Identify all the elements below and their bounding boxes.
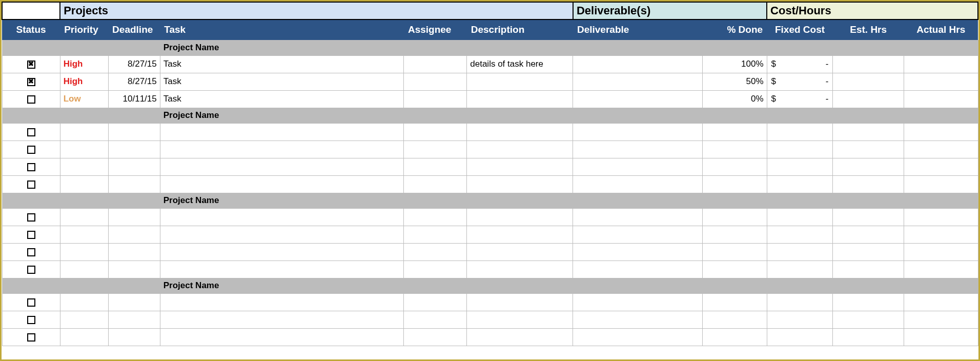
- deadline-cell[interactable]: [108, 243, 160, 260]
- deliverable-cell[interactable]: [573, 293, 703, 311]
- est-hrs-cell[interactable]: [833, 123, 904, 141]
- status-cell[interactable]: [2, 311, 60, 328]
- est-hrs-cell[interactable]: [833, 158, 904, 175]
- deadline-cell[interactable]: [108, 208, 160, 226]
- priority-cell[interactable]: [60, 175, 108, 193]
- status-checkbox[interactable]: [27, 316, 35, 324]
- hdr-done[interactable]: % Done: [703, 19, 767, 40]
- fixed-cost-cell[interactable]: [767, 311, 833, 328]
- priority-cell[interactable]: [60, 226, 108, 243]
- assignee-cell[interactable]: [404, 293, 467, 311]
- status-cell[interactable]: [2, 141, 60, 158]
- assignee-cell[interactable]: [404, 175, 467, 193]
- fixed-cost-cell[interactable]: [767, 141, 833, 158]
- deliverable-cell[interactable]: [573, 243, 703, 260]
- fixed-cost-cell[interactable]: [767, 243, 833, 260]
- deliverable-cell[interactable]: [573, 175, 703, 193]
- actual-hrs-cell[interactable]: [904, 260, 978, 278]
- deliverable-cell[interactable]: [573, 123, 703, 141]
- deadline-cell[interactable]: [108, 141, 160, 158]
- actual-hrs-cell[interactable]: [904, 73, 978, 90]
- deliverable-cell[interactable]: [573, 208, 703, 226]
- assignee-cell[interactable]: [404, 208, 467, 226]
- fixed-cost-cell[interactable]: [767, 208, 833, 226]
- deliverable-cell[interactable]: [573, 55, 703, 73]
- task-cell[interactable]: [160, 208, 404, 226]
- status-checkbox[interactable]: [27, 128, 35, 136]
- deliverable-cell[interactable]: [573, 158, 703, 175]
- done-cell[interactable]: [703, 158, 767, 175]
- assignee-cell[interactable]: [404, 55, 467, 73]
- actual-hrs-cell[interactable]: [904, 293, 978, 311]
- group-row[interactable]: Project Name: [2, 193, 978, 208]
- status-cell[interactable]: [2, 226, 60, 243]
- status-checkbox[interactable]: [27, 61, 35, 69]
- group-name-cell[interactable]: Project Name: [160, 193, 404, 208]
- hdr-fixed[interactable]: Fixed Cost: [767, 19, 833, 40]
- status-checkbox[interactable]: [27, 146, 35, 154]
- done-cell[interactable]: [703, 123, 767, 141]
- hdr-status[interactable]: Status: [2, 19, 60, 40]
- est-hrs-cell[interactable]: [833, 226, 904, 243]
- priority-cell[interactable]: [60, 141, 108, 158]
- fixed-cost-cell[interactable]: [767, 328, 833, 346]
- est-hrs-cell[interactable]: [833, 311, 904, 328]
- assignee-cell[interactable]: [404, 73, 467, 90]
- fixed-cost-cell[interactable]: [767, 175, 833, 193]
- status-cell[interactable]: [2, 90, 60, 108]
- actual-hrs-cell[interactable]: [904, 90, 978, 108]
- done-cell[interactable]: [703, 311, 767, 328]
- est-hrs-cell[interactable]: [833, 293, 904, 311]
- deadline-cell[interactable]: [108, 328, 160, 346]
- status-cell[interactable]: [2, 55, 60, 73]
- deadline-cell[interactable]: [108, 226, 160, 243]
- status-checkbox[interactable]: [27, 95, 35, 104]
- hdr-task[interactable]: Task: [160, 19, 404, 40]
- group-row[interactable]: Project Name: [2, 108, 978, 123]
- priority-cell[interactable]: High: [60, 73, 108, 90]
- band-deliverables[interactable]: Deliverable(s): [573, 2, 767, 19]
- deadline-cell[interactable]: [108, 260, 160, 278]
- task-cell[interactable]: [160, 123, 404, 141]
- priority-cell[interactable]: [60, 123, 108, 141]
- status-checkbox[interactable]: [27, 213, 35, 222]
- priority-cell[interactable]: Low: [60, 90, 108, 108]
- est-hrs-cell[interactable]: [833, 243, 904, 260]
- group-row[interactable]: Project Name: [2, 40, 978, 55]
- fixed-cost-cell[interactable]: $-: [767, 90, 833, 108]
- band-cost[interactable]: Cost/Hours: [767, 2, 978, 19]
- deliverable-cell[interactable]: [573, 73, 703, 90]
- fixed-cost-cell[interactable]: [767, 293, 833, 311]
- priority-cell[interactable]: [60, 260, 108, 278]
- assignee-cell[interactable]: [404, 141, 467, 158]
- deadline-cell[interactable]: [108, 311, 160, 328]
- task-cell[interactable]: [160, 311, 404, 328]
- description-cell[interactable]: [467, 311, 573, 328]
- done-cell[interactable]: [703, 141, 767, 158]
- deadline-cell[interactable]: [108, 123, 160, 141]
- est-hrs-cell[interactable]: [833, 141, 904, 158]
- description-cell[interactable]: [467, 175, 573, 193]
- task-cell[interactable]: [160, 260, 404, 278]
- task-cell[interactable]: [160, 328, 404, 346]
- hdr-actualhrs[interactable]: Actual Hrs: [904, 19, 978, 40]
- description-cell[interactable]: [467, 90, 573, 108]
- actual-hrs-cell[interactable]: [904, 141, 978, 158]
- hdr-esthrs[interactable]: Est. Hrs: [833, 19, 904, 40]
- deliverable-cell[interactable]: [573, 311, 703, 328]
- done-cell[interactable]: 100%: [703, 55, 767, 73]
- priority-cell[interactable]: [60, 158, 108, 175]
- est-hrs-cell[interactable]: [833, 328, 904, 346]
- status-cell[interactable]: [2, 293, 60, 311]
- group-row[interactable]: Project Name: [2, 278, 978, 293]
- task-cell[interactable]: [160, 293, 404, 311]
- status-cell[interactable]: [2, 208, 60, 226]
- actual-hrs-cell[interactable]: [904, 243, 978, 260]
- task-cell[interactable]: Task: [160, 90, 404, 108]
- actual-hrs-cell[interactable]: [904, 311, 978, 328]
- status-checkbox[interactable]: [27, 266, 35, 274]
- description-cell[interactable]: [467, 328, 573, 346]
- description-cell[interactable]: [467, 141, 573, 158]
- description-cell[interactable]: [467, 243, 573, 260]
- description-cell[interactable]: [467, 260, 573, 278]
